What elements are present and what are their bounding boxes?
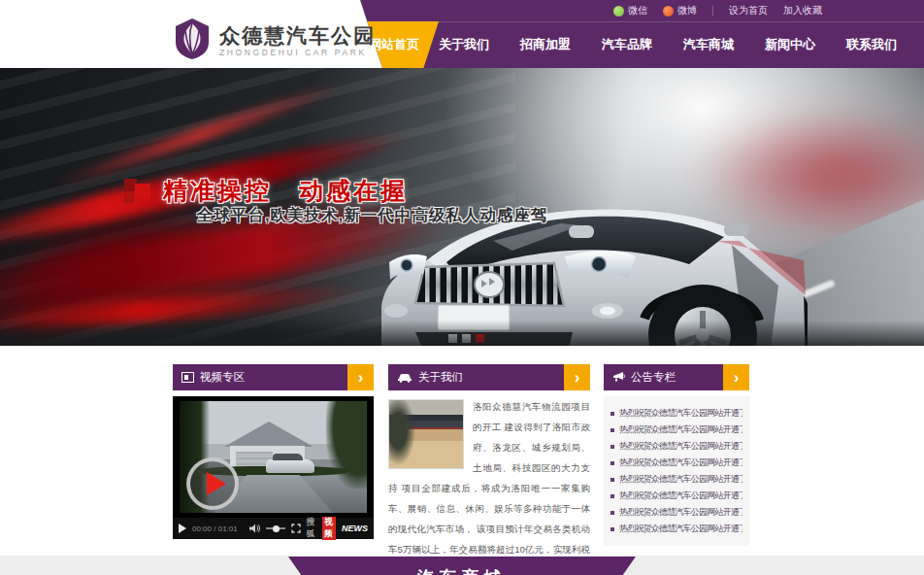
- weibo-label: 微博: [677, 4, 697, 17]
- notice-item[interactable]: 热烈祝贺众德慧汽车公园网站开通了！: [610, 521, 742, 537]
- nav-item-home-label: 网站首页: [369, 36, 419, 53]
- notice-section-title: 公告专栏: [631, 370, 676, 385]
- bullet-icon: [610, 412, 614, 416]
- nav-item-brands[interactable]: 汽车品牌: [586, 36, 668, 53]
- notice-more-button[interactable]: ›: [723, 364, 749, 390]
- video-player: 00:00 / 01:01 搜狐 视频 NEWS: [173, 396, 374, 539]
- notice-item[interactable]: 热烈祝贺众德慧汽车公园网站开通了！: [610, 438, 742, 455]
- video-section-title: 视频专区: [200, 370, 245, 385]
- notice-section: 公告专栏 › 热烈祝贺众德慧汽车公园网站开通了！ 热烈祝贺众德慧汽车公园网站开通…: [604, 364, 749, 546]
- nav-item-join[interactable]: 招商加盟: [505, 36, 586, 53]
- bullet-icon: [610, 428, 614, 432]
- sohu-video-badge: 视频: [322, 517, 336, 540]
- site-name: 众德慧汽车公园: [219, 24, 376, 48]
- set-home-label: 设为首页: [729, 4, 768, 17]
- main-nav: 关于我们 招商加盟 汽车品牌 汽车商城 新闻中心 联系我们: [423, 21, 912, 68]
- car-icon: [397, 372, 412, 383]
- topbar: 微信 微博 设为首页 加入收藏: [613, 0, 822, 21]
- wechat-icon: [613, 6, 624, 17]
- site-name-en: ZHONGDEHUI CAR PARK: [219, 48, 376, 57]
- video-time: 00:00 / 01:01: [192, 524, 238, 533]
- video-section-header: 视频专区: [173, 364, 347, 390]
- bullet-icon: [610, 494, 614, 498]
- page: 微信 微博 设为首页 加入收藏 网站首页 关于我们 招商加盟 汽车品牌 汽车商城…: [0, 0, 924, 575]
- logo-emblem-icon: [173, 17, 212, 64]
- video-icon: [182, 372, 194, 383]
- about-photo: [388, 399, 464, 469]
- weibo-link[interactable]: 微博: [663, 4, 697, 17]
- add-favorite-link[interactable]: 加入收藏: [783, 4, 822, 17]
- footer-section-title: 汽车商城: [417, 566, 507, 575]
- banner-subtitle: 全球平台,欧美技术,新一代中高级私人动感座驾: [197, 205, 547, 226]
- banner-bottom-shade: [0, 321, 924, 346]
- bullet-icon: [610, 445, 614, 449]
- banner-title-text: 精准操控 动感在握: [163, 175, 408, 207]
- about-section-header: 关于我们: [388, 364, 564, 390]
- notice-item[interactable]: 热烈祝贺众德慧汽车公园网站开通了！: [610, 488, 742, 504]
- nav-item-news[interactable]: 新闻中心: [749, 36, 831, 53]
- bullet-icon: [610, 461, 614, 465]
- weibo-icon: [663, 6, 674, 17]
- wechat-link[interactable]: 微信: [613, 4, 647, 17]
- site-logo: 众德慧汽车公园 ZHONGDEHUI CAR PARK: [173, 17, 376, 64]
- top-purple-block: 微信 微博 设为首页 加入收藏 网站首页 关于我们 招商加盟 汽车品牌 汽车商城…: [342, 0, 924, 68]
- volume-icon[interactable]: [249, 520, 260, 537]
- footer-section-ribbon: 汽车商城: [288, 557, 636, 575]
- notice-item[interactable]: 热烈祝贺众德慧汽车公园网站开通了！: [610, 471, 742, 488]
- megaphone-icon: [612, 372, 625, 383]
- volume-slider[interactable]: [266, 527, 285, 529]
- bullet-icon: [610, 511, 614, 515]
- banner-headline: 精准操控 动感在握: [124, 175, 408, 207]
- red-squares-icon: [124, 178, 153, 205]
- notice-item[interactable]: 热烈祝贺众德慧汽车公园网站开通了！: [610, 504, 742, 521]
- tree: [326, 401, 367, 489]
- video-more-button[interactable]: ›: [347, 364, 374, 390]
- nav-item-contact[interactable]: 联系我们: [831, 36, 912, 53]
- video-section: 视频专区 › 00:00 / 01:01: [173, 364, 374, 539]
- fullscreen-icon[interactable]: [291, 520, 301, 537]
- sohu-logo: 搜狐: [307, 517, 316, 540]
- hero-banner: 精准操控 动感在握 全球平台,欧美技术,新一代中高级私人动感座驾: [0, 68, 924, 346]
- player-play-icon[interactable]: [179, 524, 186, 533]
- about-more-button[interactable]: ›: [564, 364, 590, 390]
- video-controls: 00:00 / 01:01 搜狐 视频 NEWS: [173, 518, 374, 539]
- bullet-icon: [610, 478, 614, 482]
- house-roof: [224, 422, 314, 447]
- set-home-link[interactable]: 设为首页: [729, 4, 768, 17]
- about-section: 关于我们 › 洛阳众德慧汽车物流园项目的开工 建设得到了洛阳市政府、洛龙区、城乡…: [388, 364, 590, 575]
- about-text-block: 洛阳众德慧汽车物流园项目的开工 建设得到了洛阳市政府、洛龙区、城乡规划局、土地局…: [388, 396, 590, 575]
- notice-item[interactable]: 热烈祝贺众德慧汽车公园网站开通了！: [610, 455, 742, 471]
- nav-item-about[interactable]: 关于我们: [423, 36, 505, 53]
- add-favorite-label: 加入收藏: [783, 4, 822, 17]
- bullet-icon: [610, 527, 614, 531]
- news-label: NEWS: [342, 524, 368, 533]
- play-button[interactable]: [186, 457, 239, 510]
- nav-item-mall[interactable]: 汽车商城: [668, 36, 749, 53]
- notice-section-header: 公告专栏: [604, 364, 723, 390]
- notice-list: 热烈祝贺众德慧汽车公园网站开通了！ 热烈祝贺众德慧汽车公园网站开通了！ 热烈祝贺…: [604, 396, 749, 546]
- wechat-label: 微信: [628, 4, 647, 17]
- notice-item[interactable]: 热烈祝贺众德慧汽车公园网站开通了！: [610, 405, 742, 422]
- topbar-divider: [712, 6, 713, 16]
- thumbnail-car: [266, 459, 314, 473]
- notice-item[interactable]: 热烈祝贺众德慧汽车公园网站开通了！: [610, 422, 742, 438]
- about-section-title: 关于我们: [418, 370, 463, 385]
